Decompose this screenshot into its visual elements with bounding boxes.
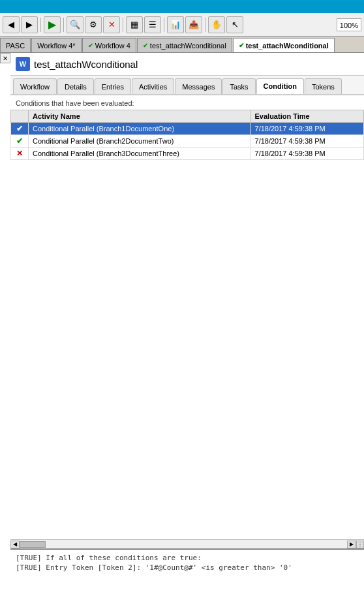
activity-cell-1: Conditional Parallel (Branch1DocumentOne… (29, 123, 251, 135)
activity-cell-3: Conditional Parallel (Branch3DocumentThr… (29, 148, 251, 160)
tab-pasc-label: PASC (6, 42, 25, 50)
time-cell-2: 7/18/2017 4:59:38 PM (250, 135, 363, 148)
sub-tabs: Workflow Details Entries Activities Mess… (10, 76, 364, 95)
col-activity: Activity Name (29, 110, 251, 123)
grid-button[interactable]: ▦ (126, 16, 143, 33)
left-close-button[interactable]: ✕ (0, 53, 10, 63)
scroll-dots: ⋮ (356, 541, 364, 548)
chart-button[interactable]: 📊 (167, 16, 184, 33)
sub-tab-details[interactable]: Details (57, 78, 94, 94)
list-button[interactable]: ☰ (144, 16, 161, 33)
h-scroll-track (20, 541, 347, 548)
check-status-icon: ✔ (15, 124, 24, 133)
time-cell-3: 7/18/2017 4:59:38 PM (250, 148, 363, 160)
scroll-left-btn[interactable]: ◀ (10, 541, 20, 548)
sub-tab-activities[interactable]: Activities (132, 78, 174, 94)
sub-tab-workflow[interactable]: Workflow (13, 78, 57, 94)
export-button[interactable]: 📤 (185, 16, 202, 33)
toolbar: ◀ ▶ ▶ 🔍 ⚙ ✕ ▦ ☰ 📊 📤 ✋ ↖ 100% (0, 13, 364, 37)
search-button[interactable]: 🔍 (67, 16, 83, 33)
window-title: test_attachWconditional (34, 59, 138, 70)
sub-tab-tasks[interactable]: Tasks (222, 78, 255, 94)
table-row[interactable]: ✔ Conditional Parallel (Branch1DocumentO… (11, 123, 364, 135)
sub-tab-condition[interactable]: Condition (256, 78, 304, 94)
forward-button[interactable]: ▶ (21, 16, 38, 33)
scroll-right-btn[interactable]: ▶ (347, 541, 356, 548)
sep2 (63, 18, 64, 32)
table-row[interactable]: ✔ Conditional Parallel (Branch2DocumentT… (11, 135, 364, 148)
bottom-line2: [TRUE] Entry Token [Token 2]: '1#@Count@… (16, 563, 359, 572)
zoom-level: 100% (337, 18, 361, 31)
play-button[interactable]: ▶ (44, 16, 61, 33)
table-wrapper[interactable]: Activity Name Evaluation Time ✔ Conditio… (10, 110, 364, 539)
status-cell-2: ✔ (11, 135, 29, 148)
settings-button[interactable]: ⚙ (85, 16, 102, 33)
sub-tab-tokens[interactable]: Tokens (305, 78, 342, 94)
h-scroll-thumb[interactable] (20, 541, 46, 548)
sep3 (123, 18, 123, 32)
check-icon-3: ✔ (239, 42, 244, 49)
status-cell-1: ✔ (11, 123, 29, 135)
conditions-label: Conditions that have been evaluated: (10, 95, 364, 110)
conditions-table: Activity Name Evaluation Time ✔ Conditio… (10, 110, 364, 160)
tab-workflow4-star-label: Workflow 4* (37, 42, 75, 50)
col-time: Evaluation Time (250, 110, 363, 123)
window-header: W test_attachWconditional (10, 53, 364, 76)
main-area: ✕ W test_attachWconditional Workflow Det… (0, 53, 364, 600)
tab-test2[interactable]: ✔ test_attachWconditional (233, 38, 335, 52)
sep5 (205, 18, 205, 32)
window-icon: W (16, 57, 30, 71)
check-icon-2: ✔ (143, 42, 148, 49)
tab-workflow4-label: Workflow 4 (95, 42, 130, 50)
stop-button[interactable]: ✕ (103, 16, 120, 33)
x-status-icon: ✕ (15, 149, 24, 158)
pan-button[interactable]: ✋ (208, 16, 225, 33)
tab-workflow4-star[interactable]: Workflow 4* (31, 38, 81, 52)
sep4 (164, 18, 164, 32)
tab-test2-label: test_attachWconditional (246, 42, 329, 50)
tab-test1[interactable]: ✔ test_attachWconditional (137, 38, 232, 52)
top-bar (0, 0, 364, 13)
tab-test1-label: test_attachWconditional (150, 42, 226, 50)
sub-tab-entries[interactable]: Entries (95, 78, 131, 94)
activity-cell-2: Conditional Parallel (Branch2DocumentTwo… (29, 135, 251, 148)
tab-pasc[interactable]: PASC (0, 38, 31, 52)
table-row[interactable]: ✕ Conditional Parallel (Branch3DocumentT… (11, 148, 364, 160)
content-area: Conditions that have been evaluated: Act… (10, 95, 364, 600)
back-button[interactable]: ◀ (3, 16, 20, 33)
bottom-line1: [TRUE] If all of these conditions are tr… (16, 554, 359, 562)
tabs-row: PASC Workflow 4* ✔ Workflow 4 ✔ test_att… (0, 37, 364, 53)
col-status (11, 110, 29, 123)
check-status-icon-2: ✔ (15, 136, 24, 146)
status-cell-3: ✕ (11, 148, 29, 160)
sep1 (40, 18, 41, 32)
bottom-area: [TRUE] If all of these conditions are tr… (10, 548, 364, 600)
time-cell-1: 7/18/2017 4:59:38 PM (250, 123, 363, 135)
h-scroll-bar[interactable]: ◀ ▶ ⋮ (10, 539, 364, 548)
select-button[interactable]: ↖ (226, 16, 243, 33)
check-icon-1: ✔ (88, 42, 93, 49)
sub-tab-messages[interactable]: Messages (175, 78, 222, 94)
tab-workflow4[interactable]: ✔ Workflow 4 (82, 38, 136, 52)
